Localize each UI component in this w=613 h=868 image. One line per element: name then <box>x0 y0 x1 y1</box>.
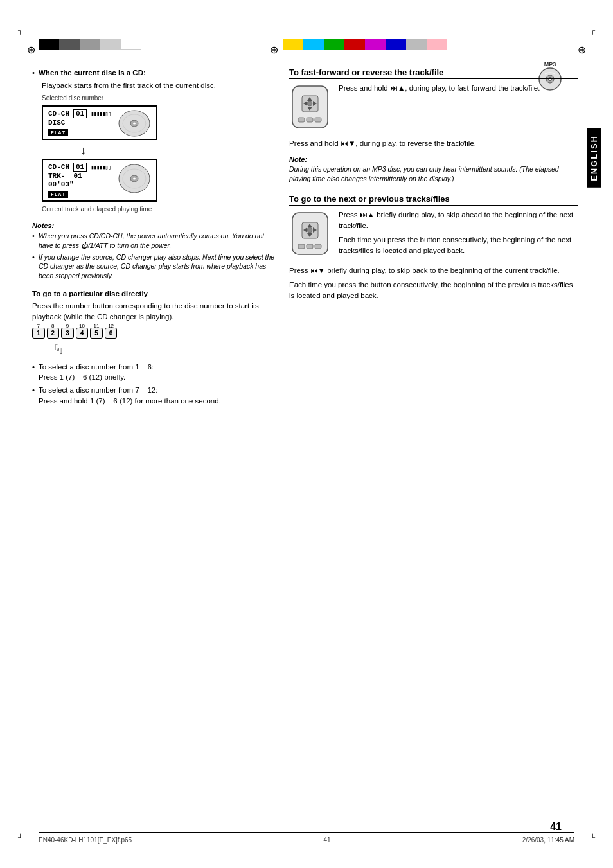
num-super-4: 10 <box>79 323 85 329</box>
color-bar-cyan <box>303 39 324 50</box>
svg-rect-29 <box>306 244 313 249</box>
np-line3: Press ⏮▼ briefly during play, to skip ba… <box>289 265 578 276</box>
color-bar-yellow <box>283 39 303 50</box>
footer: EN40-46KD-LH1101[E_EX]f.p65 41 2/26/03, … <box>39 832 574 844</box>
fast-forward-text-block: Press and hold ⏭▲, during play, to fast-… <box>339 83 578 97</box>
number-buttons-row: 7 1 8 2 9 3 10 4 <box>32 328 276 339</box>
num-btn-1[interactable]: 7 1 <box>32 328 45 339</box>
num-super-3: 9 <box>66 323 69 329</box>
particular-disc-heading: To go to a particular disc directly <box>32 290 276 297</box>
disc-illustration-1 <box>117 109 152 138</box>
main-content: When the current disc is a CD: Playback … <box>32 67 578 823</box>
cd-heading-bold: When the current disc is a CD: <box>39 69 146 76</box>
color-bar-darkgray <box>59 39 80 50</box>
num-super-2: 8 <box>51 323 54 329</box>
display-2-decoration: ▮▮▮▮▮▯▯ <box>91 164 111 171</box>
num-btn-6[interactable]: 12 6 <box>105 328 118 339</box>
notes-item-2-text: If you change the source, CD changer pla… <box>39 253 274 279</box>
notes-section: Notes: When you press CD/CD-CH, the powe… <box>32 222 276 280</box>
elapsed-caption: Current track and elapsed playing time <box>42 206 276 213</box>
footer-center: 41 <box>323 837 330 844</box>
display-2: CD-CH 01 ▮▮▮▮▮▯▯ TRK- 01 00'03" FLAT <box>42 159 157 202</box>
two-column-layout: When the current disc is a CD: Playback … <box>32 67 578 823</box>
particular-disc-section: To go to a particular disc directly Pres… <box>32 290 276 406</box>
num-super-5: 11 <box>94 323 100 329</box>
color-bar-red <box>344 39 365 50</box>
ff-note-heading: Note: <box>289 155 578 163</box>
svg-rect-30 <box>315 244 321 249</box>
next-prev-content: Press ⏭▲ briefly during play, to skip ah… <box>289 209 578 260</box>
svg-rect-18 <box>298 118 305 122</box>
color-bar-gray <box>80 39 100 50</box>
remote-ff-wrap <box>289 83 331 133</box>
display-2-disc-illus <box>117 163 152 197</box>
num-super-1: 7 <box>37 323 40 329</box>
display-1-decoration: ▮▮▮▮▮▯▯ <box>91 111 111 118</box>
selected-disc-caption: Selected disc number <box>42 94 276 102</box>
num-super-6: 12 <box>108 323 114 329</box>
num-btn-5[interactable]: 11 5 <box>90 328 103 339</box>
color-bar-lgray2 <box>406 39 427 50</box>
crosshair-right: ⊕ <box>270 44 278 56</box>
reg-mark-bl: ┘ <box>18 834 22 841</box>
disc-bullet-1: To select a disc number from 1 – 6:Press… <box>32 362 276 382</box>
disc-bullet-1-text: To select a disc number from 1 – 6:Press… <box>39 363 154 381</box>
reg-mark-tr: ┌ <box>591 27 595 34</box>
english-label: ENGLISH <box>587 128 601 188</box>
color-bar-white <box>121 39 141 50</box>
disc-bullet-2: To select a disc number from 7 – 12:Pres… <box>32 385 276 405</box>
right-column: To fast-forward or reverse the track/fil… <box>289 67 578 823</box>
cd-section: When the current disc is a CD: Playback … <box>32 67 276 213</box>
color-bars-left <box>39 39 141 50</box>
display-2-text: CD-CH <box>48 163 69 171</box>
np-line2: Each time you press the button consecuti… <box>339 235 578 257</box>
hand-pointer-icon: ☟ <box>55 341 276 358</box>
svg-point-5 <box>133 123 136 125</box>
color-bars-right <box>283 39 447 50</box>
disc-bullet-2-text: To select a disc number from 7 – 12:Pres… <box>39 386 221 404</box>
ff-line2: Press and hold ⏮▼, during play, to rever… <box>289 138 578 149</box>
num-label-4: 4 <box>80 330 84 337</box>
num-btn-3[interactable]: 9 3 <box>61 328 74 339</box>
ff-note-text: During this operation on an MP3 disc, yo… <box>289 164 578 183</box>
display-2-num: 01 <box>73 163 87 172</box>
crosshair-right2: ⊕ <box>578 44 586 56</box>
remote-control-ff <box>289 83 331 131</box>
next-prev-section: To go to the next or previous tracks/fil… <box>289 194 578 302</box>
notes-item-1-text: When you press CD/CD-CH, the power autom… <box>39 232 264 249</box>
display-1-text: CD-CH <box>48 110 69 118</box>
display-2-flat: FLAT <box>48 191 68 198</box>
svg-point-9 <box>133 178 136 180</box>
num-label-1: 1 <box>37 330 40 337</box>
mp3-text: MP3 <box>544 61 556 67</box>
num-btn-4[interactable]: 10 4 <box>76 328 89 339</box>
cd-body-text: Playback starts from the first track of … <box>32 80 276 91</box>
svg-rect-28 <box>298 244 305 249</box>
disc-illustration-2 <box>117 163 152 195</box>
color-bar-lightgray <box>100 39 121 50</box>
color-bar-green <box>324 39 344 50</box>
display-1-disc-label: DISC <box>48 119 107 127</box>
svg-rect-19 <box>306 118 313 122</box>
np-line1: Press ⏭▲ briefly during play, to skip ah… <box>339 209 578 232</box>
num-label-2: 2 <box>51 330 55 337</box>
reg-mark-tl: ┐ <box>18 27 22 34</box>
display-1-num: 01 <box>73 109 87 118</box>
remote-control-np <box>289 209 331 258</box>
num-btn-2[interactable]: 8 2 <box>47 328 60 339</box>
notes-heading: Notes: <box>32 222 276 229</box>
next-prev-text-block: Press ⏭▲ briefly during play, to skip ah… <box>339 209 578 260</box>
svg-rect-20 <box>315 118 321 122</box>
page: ┐ ┌ ┘ └ ⊕ ⊕ ⊕ MP3 ENGLISH <box>0 0 613 868</box>
color-bar-black <box>39 39 59 50</box>
ff-note-block: Note: During this operation on an MP3 di… <box>289 155 578 183</box>
fast-forward-content: Press and hold ⏭▲, during play, to fast-… <box>289 83 578 133</box>
display-1-flat: FLAT <box>48 129 68 136</box>
reg-mark-br: └ <box>591 834 595 841</box>
remote-np-wrap <box>289 209 331 260</box>
arrow-down-1: ↓ <box>80 144 276 157</box>
svg-point-17 <box>307 101 312 106</box>
fast-forward-section: To fast-forward or reverse the track/fil… <box>289 67 578 184</box>
color-bar-magenta <box>365 39 386 50</box>
cd-display-area: Selected disc number CD-CH 01 ▮▮▮▮▮▯▯ <box>32 94 276 213</box>
